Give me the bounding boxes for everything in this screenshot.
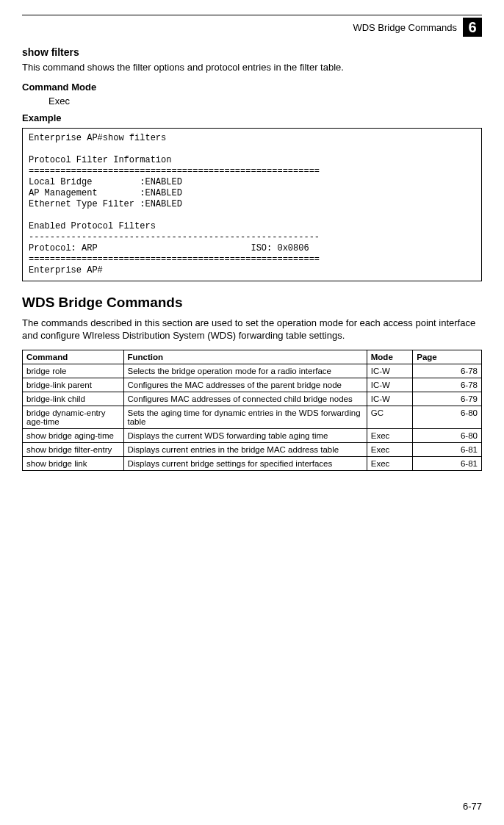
wds-heading: WDS Bridge Commands — [22, 295, 482, 311]
table-row: show bridge link Displays current bridge… — [23, 456, 482, 470]
table-cell-command: bridge-link child — [23, 392, 124, 406]
table-cell-function: Configures the MAC addresses of the pare… — [123, 378, 367, 392]
table-cell-command: bridge-link parent — [23, 378, 124, 392]
table-cell-command: bridge role — [23, 364, 124, 378]
table-cell-page: 6-80 — [413, 428, 482, 442]
command-table: Command Function Mode Page bridge role S… — [22, 350, 482, 471]
table-cell-page: 6-81 — [413, 456, 482, 470]
page-number: 6-77 — [463, 801, 482, 812]
command-mode-value: Exec — [48, 96, 482, 107]
table-header-row: Command Function Mode Page — [23, 350, 482, 364]
table-row: show bridge filter-entry Displays curren… — [23, 442, 482, 456]
showfilters-heading: show filters — [22, 46, 482, 58]
table-cell-function: Displays the current WDS forwarding tabl… — [123, 428, 367, 442]
table-header-page: Page — [413, 350, 482, 364]
table-cell-mode: Exec — [367, 428, 413, 442]
table-cell-function: Sets the aging time for dynamic entries … — [123, 406, 367, 428]
table-cell-command: show bridge aging-time — [23, 428, 124, 442]
wds-desc: The commands described in this section a… — [22, 317, 482, 342]
table-cell-page: 6-79 — [413, 392, 482, 406]
example-code-block: Enterprise AP#show filters Protocol Filt… — [22, 128, 482, 281]
table-cell-function: Configures MAC addresses of connected ch… — [123, 392, 367, 406]
table-cell-function: Displays current bridge settings for spe… — [123, 456, 367, 470]
table-cell-mode: GC — [367, 406, 413, 428]
table-row: show bridge aging-time Displays the curr… — [23, 428, 482, 442]
table-header-function: Function — [123, 350, 367, 364]
table-cell-page: 6-81 — [413, 442, 482, 456]
table-cell-function: Displays current entries in the bridge M… — [123, 442, 367, 456]
table-cell-mode: IC-W — [367, 378, 413, 392]
example-label: Example — [22, 112, 482, 123]
chapter-number-box: 6 — [463, 18, 482, 37]
table-cell-mode: IC-W — [367, 364, 413, 378]
table-cell-command: show bridge link — [23, 456, 124, 470]
table-row: bridge role Selects the bridge operation… — [23, 364, 482, 378]
table-header-mode: Mode — [367, 350, 413, 364]
table-cell-command: show bridge filter-entry — [23, 442, 124, 456]
table-header-command: Command — [23, 350, 124, 364]
header-title: WDS Bridge Commands — [353, 22, 457, 33]
table-cell-page: 6-78 — [413, 378, 482, 392]
table-cell-mode: IC-W — [367, 392, 413, 406]
table-cell-page: 6-78 — [413, 364, 482, 378]
table-row: bridge dynamic-entry age-time Sets the a… — [23, 406, 482, 428]
command-mode-label: Command Mode — [22, 82, 482, 93]
page-header: WDS Bridge Commands 6 — [22, 15, 482, 37]
chapter-number: 6 — [468, 19, 476, 36]
page-container: WDS Bridge Commands 6 show filters This … — [0, 0, 504, 486]
table-row: bridge-link child Configures MAC address… — [23, 392, 482, 406]
table-cell-mode: Exec — [367, 442, 413, 456]
table-cell-mode: Exec — [367, 456, 413, 470]
showfilters-desc: This command shows the filter options an… — [22, 61, 482, 74]
table-cell-function: Selects the bridge operation mode for a … — [123, 364, 367, 378]
table-cell-page: 6-80 — [413, 406, 482, 428]
table-cell-command: bridge dynamic-entry age-time — [23, 406, 124, 428]
table-row: bridge-link parent Configures the MAC ad… — [23, 378, 482, 392]
